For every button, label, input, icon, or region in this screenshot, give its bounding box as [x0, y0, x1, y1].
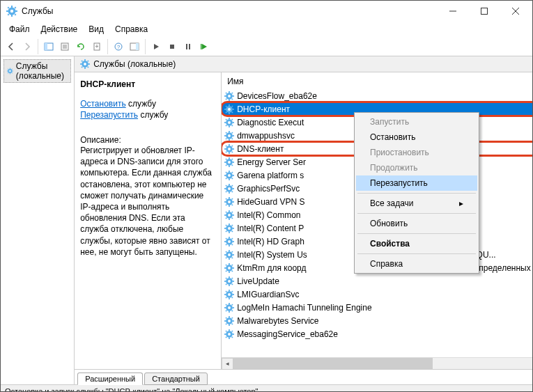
service-row[interactable]: LogMeIn Hamachi Tunneling Engine — [222, 301, 533, 314]
start-service-button[interactable] — [148, 39, 164, 54]
cm-separator — [357, 253, 476, 254]
gear-icon — [224, 303, 234, 313]
action-pane-button[interactable] — [127, 39, 142, 54]
service-row[interactable]: Malwarebytes Service — [222, 314, 533, 327]
service-row[interactable]: MessagingService_eba62e — [222, 327, 533, 340]
svg-rect-28 — [201, 44, 202, 49]
service-name: Intel(R) Common — [237, 210, 300, 220]
hscroll-thumb[interactable] — [233, 358, 433, 370]
close-button[interactable] — [500, 1, 531, 21]
gear-icon — [224, 237, 234, 246]
show-hide-tree-button[interactable] — [41, 39, 56, 54]
stop-link[interactable]: Остановить — [80, 99, 126, 109]
stop-service-button[interactable] — [164, 39, 180, 54]
pane-header: Службы (локальные) — [75, 56, 533, 72]
svg-rect-27 — [189, 44, 190, 49]
service-name: LogMeIn Hamachi Tunneling Engine — [237, 303, 371, 313]
service-row[interactable]: LiveUpdate — [222, 274, 533, 288]
restart-link[interactable]: Перезапустить — [80, 110, 138, 120]
gear-icon — [224, 91, 234, 101]
svg-rect-11 — [481, 8, 487, 15]
scroll-left-icon[interactable]: ◂ — [222, 358, 233, 370]
service-name: GraphicsPerfSvc — [237, 184, 300, 194]
gear-icon — [224, 263, 234, 273]
svg-rect-15 — [45, 43, 47, 50]
stop-line: Остановить службу — [80, 99, 215, 109]
menu-file[interactable]: Файл — [3, 23, 36, 36]
service-row[interactable]: DevicesFlow_eba62e — [222, 89, 533, 102]
gear-icon — [80, 59, 90, 69]
menu-help[interactable]: Справка — [109, 23, 153, 36]
detail-pane: DHCP-клиент Остановить службу Перезапуст… — [75, 72, 221, 369]
menubar: Файл Действие Вид Справка — [1, 22, 532, 37]
cm-stop[interactable]: Остановить — [356, 130, 477, 145]
cm-separator — [357, 213, 476, 214]
cm-separator — [357, 193, 476, 194]
service-row[interactable]: LMIGuardianSvc — [222, 288, 533, 301]
pause-service-button[interactable] — [180, 39, 196, 54]
column-name: Имя — [227, 77, 243, 86]
description-text: Регистрирует и обновляет IP-адреса и DNS… — [80, 145, 215, 258]
selected-service-name: DHCP-клиент — [80, 79, 215, 89]
service-name: Intel(R) Content P — [237, 224, 304, 233]
tab-standard[interactable]: Стандартный — [144, 373, 208, 385]
horizontal-scrollbar[interactable]: ◂ ▸ — [222, 357, 533, 369]
service-name: LMIGuardianSvc — [237, 290, 299, 299]
view-tabs: Расширенный Стандартный — [75, 369, 533, 384]
help-button[interactable]: ? — [111, 39, 126, 54]
cm-help[interactable]: Справка — [356, 256, 477, 272]
svg-text:?: ? — [117, 44, 121, 50]
gear-icon — [224, 104, 234, 114]
column-header[interactable]: Имя ▴ — [222, 72, 533, 89]
cm-restart[interactable]: Перезапустить — [356, 175, 477, 191]
gear-icon — [224, 329, 234, 339]
gear-icon — [224, 276, 234, 286]
context-menu: Запустить Остановить Приостановить Продо… — [354, 112, 479, 274]
svg-rect-26 — [186, 44, 187, 49]
app-icon — [6, 6, 17, 17]
menu-view[interactable]: Вид — [83, 23, 109, 36]
gear-icon — [224, 224, 234, 233]
tab-extended[interactable]: Расширенный — [77, 373, 143, 385]
service-name: HideGuard VPN S — [237, 197, 304, 207]
service-name: Garena platform s — [237, 171, 304, 180]
menu-action[interactable]: Действие — [36, 23, 84, 36]
service-name: DNS-клиент — [237, 144, 284, 154]
refresh-button[interactable] — [73, 39, 88, 54]
gear-icon — [224, 250, 234, 260]
service-name: DevicesFlow_eba62e — [237, 91, 317, 101]
restart-line: Перезапустить службу — [80, 110, 215, 120]
tree-root-item[interactable]: Службы (локальные) — [3, 59, 71, 83]
pane-title: Службы (локальные) — [93, 59, 176, 69]
service-name: Diagnostic Execut — [237, 118, 304, 127]
gear-icon — [224, 290, 234, 299]
cm-properties[interactable]: Свойства — [356, 236, 477, 251]
cm-separator — [357, 233, 476, 234]
gear-icon — [224, 210, 234, 220]
maximize-button[interactable] — [468, 1, 500, 21]
back-button[interactable] — [3, 39, 19, 54]
cm-start[interactable]: Запустить — [356, 114, 477, 130]
service-name: Malwarebytes Service — [237, 316, 318, 326]
gear-icon — [224, 144, 234, 154]
description-label: Описание: — [80, 135, 215, 145]
properties-button[interactable] — [57, 39, 72, 54]
statusbar: Остановка и запуск службы "DHCP-клиент" … — [1, 384, 532, 392]
service-name: LiveUpdate — [237, 276, 279, 286]
export-button[interactable] — [89, 39, 105, 54]
service-name: DHCP-клиент — [237, 104, 290, 114]
cm-resume[interactable]: Продолжить — [356, 160, 477, 175]
service-name: KtmRm для коорд — [237, 263, 306, 273]
service-name: MessagingService_eba62e — [237, 329, 338, 339]
submenu-arrow-icon: ▸ — [459, 198, 463, 208]
restart-service-button[interactable] — [196, 39, 212, 54]
forward-button[interactable] — [20, 39, 35, 54]
svg-rect-25 — [170, 45, 174, 49]
minimize-button[interactable] — [437, 1, 468, 21]
cm-all-tasks[interactable]: Все задачи ▸ — [356, 196, 477, 211]
gear-icon — [224, 171, 234, 180]
status-text: Остановка и запуск службы "DHCP-клиент" … — [5, 387, 258, 392]
cm-pause[interactable]: Приостановить — [356, 145, 477, 160]
cm-refresh[interactable]: Обновить — [356, 216, 477, 231]
service-name: Intel(R) HD Graph — [237, 237, 304, 246]
